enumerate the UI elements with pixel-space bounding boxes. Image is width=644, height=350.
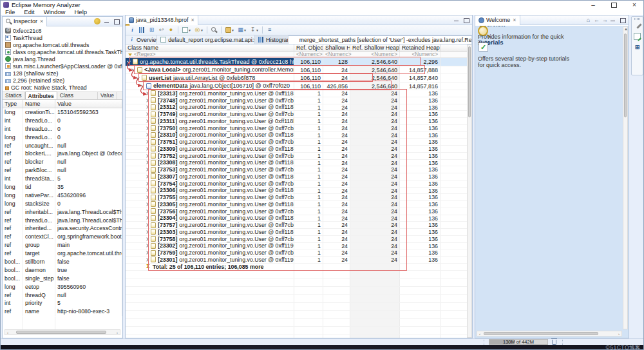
attribute-row[interactable]: intthreadSta...5 <box>3 175 122 183</box>
column-header-ref-shallow-heap[interactable]: Ref. Shallow Heap <box>350 44 400 51</box>
tree-row[interactable]: [23309]org.zero01.monitor_tuning.vo.User… <box>126 146 468 153</box>
tree-row[interactable]: [73750]org.zero01.monitor_tuning.vo.User… <box>126 125 468 132</box>
heap-status-widget[interactable]: 130M of 442M <box>489 339 548 345</box>
editor-vertical-scrollbar[interactable] <box>467 44 472 338</box>
attribute-row[interactable]: refcontextCl...org.springframework.boot.… <box>3 233 122 241</box>
expand-icon[interactable] <box>145 217 149 220</box>
column-header-type[interactable]: Type <box>3 100 23 108</box>
tree-row[interactable]: userListjava.util.ArrayList @ 0xfeb6f878… <box>126 74 468 83</box>
tree-row[interactable]: [23301]org.zero01.monitor_tuning.vo.User… <box>126 257 468 264</box>
tree-row[interactable] <box>126 295 468 303</box>
run-garbage-collector-icon[interactable] <box>552 340 556 345</box>
tree-row[interactable]: [73757]org.zero01.monitor_tuning.vo.User… <box>126 222 468 229</box>
tree-row[interactable] <box>126 278 468 287</box>
inspector-item[interactable]: TaskThread <box>3 34 122 41</box>
tab-value[interactable]: Value <box>98 92 117 99</box>
attribute-row[interactable]: refthreadLo...java.lang.ThreadLocal$Thre… <box>3 217 122 225</box>
minimize-welcome-icon[interactable] <box>609 17 617 23</box>
attribute-row[interactable]: longeetop395560960 <box>3 283 122 291</box>
column-header-name[interactable]: Name <box>23 100 55 108</box>
attribute-row[interactable]: reftargetorg.apache.tomcat.util.threads.… <box>3 249 122 258</box>
column-header-value[interactable]: Value <box>55 100 122 108</box>
collapse-icon[interactable] <box>131 67 135 71</box>
attribute-row[interactable]: intthreadLo...0 <box>3 125 122 133</box>
inspector-item[interactable]: sun.misc.Launcher$AppClassLoader @ 0xfe2… <box>3 63 122 70</box>
attribute-row[interactable]: refthreadQnull <box>3 291 122 300</box>
minimize-editor-icon[interactable] <box>453 17 460 23</box>
close-window-button[interactable]: × <box>624 1 644 9</box>
toolbar-leak-report-icon[interactable]: ● <box>167 26 175 34</box>
toolbar-threads-icon[interactable]: ≡ <box>265 26 274 34</box>
tab-statics[interactable]: Statics <box>3 92 25 99</box>
navigation-history-icon[interactable]: ⊞ <box>634 44 641 51</box>
expand-icon[interactable] <box>145 168 149 171</box>
maximize-window-button[interactable] <box>603 1 624 9</box>
tree-row[interactable] <box>126 335 468 338</box>
minimize-window-button[interactable]: – <box>583 1 603 9</box>
menu-file[interactable]: File <box>1 8 19 15</box>
attribute-row[interactable]: longtid35 <box>3 183 122 191</box>
tree-row[interactable]: [73759]org.zero01.monitor_tuning.vo.User… <box>126 249 468 257</box>
close-heap-dump-icon[interactable]: × <box>191 17 194 23</box>
toolbar-oql-dropdown-icon[interactable]: ◎▾ <box>193 26 204 34</box>
regex-filter-input[interactable]: <Regex> <box>126 52 294 57</box>
attribute-row[interactable]: bool...daemontrue <box>3 266 122 275</box>
attribute-row[interactable]: refnamehttp-nio-8080-exec-3 <box>3 307 122 316</box>
welcome-vertical-scrollbar[interactable]: ▲ <box>623 26 628 329</box>
view-tab-overview[interactable]: iOverview <box>126 35 157 44</box>
tree-row[interactable]: [23303]org.zero01.monitor_tuning.vo.User… <box>126 229 468 236</box>
attribute-row[interactable]: intpriority5 <box>3 299 122 307</box>
tree-row[interactable]: [73752]org.zero01.monitor_tuning.vo.User… <box>126 153 468 160</box>
tab-class-hierarchy[interactable]: Class Hierarchy <box>57 92 98 99</box>
attribute-row[interactable]: refparkBloc...null <box>3 166 122 175</box>
expand-icon[interactable] <box>145 92 149 95</box>
attribute-row[interactable]: bool...stillbornfalse <box>3 258 122 266</box>
toolbar-histogram-icon[interactable] <box>138 26 146 34</box>
tree-row[interactable]: [23305]org.zero01.monitor_tuning.vo.User… <box>126 201 468 208</box>
maximize-editor-icon[interactable] <box>462 17 470 23</box>
expand-icon[interactable] <box>145 230 149 234</box>
menu-window[interactable]: Window <box>39 8 70 15</box>
expand-icon[interactable] <box>145 106 149 110</box>
attribute-row[interactable]: refblockernull <box>3 158 122 166</box>
numeric-filter-input[interactable]: <Numeric> <box>323 52 350 57</box>
expand-icon[interactable] <box>145 119 149 123</box>
inspector-item[interactable]: 0xfecc21c8 <box>3 27 122 34</box>
expand-icon[interactable] <box>145 202 149 206</box>
tree-row[interactable]: [73756]org.zero01.monitor_tuning.vo.User… <box>126 208 468 215</box>
expand-icon[interactable] <box>145 140 149 144</box>
tree-row[interactable]: [23312]org.zero01.monitor_tuning.vo.User… <box>126 104 468 112</box>
tree-row[interactable]: [23302]org.zero01.monitor_tuning.vo.User… <box>126 243 468 250</box>
inspector-horizontal-scrollbar[interactable]: ‹› <box>5 329 120 335</box>
numeric-filter-input[interactable]: <Numeric> <box>400 52 440 57</box>
toolbar-group-dropdown-icon[interactable]: ▾ <box>224 26 235 34</box>
minimize-panel-icon[interactable] <box>103 18 111 24</box>
toolbar-grip[interactable] <box>634 18 640 20</box>
link-with-snapshot-icon[interactable] <box>94 18 100 24</box>
collapse-icon[interactable] <box>140 83 144 87</box>
back-icon[interactable]: ← <box>592 17 601 23</box>
expand-icon[interactable] <box>145 175 149 179</box>
attribute-row[interactable]: refinherited...java.security.AccessContr… <box>3 224 122 233</box>
tree-row[interactable] <box>126 327 468 335</box>
expand-icon[interactable] <box>145 112 149 116</box>
numeric-filter-input[interactable]: <Numeric> <box>294 52 323 57</box>
attribute-row[interactable]: refuncaught...null <box>3 142 122 150</box>
tree-row[interactable]: org.apache.tomcat.util.threads.TaskThrea… <box>126 58 468 66</box>
toolbar-search-icon[interactable] <box>210 26 218 34</box>
column-header-class-name[interactable]: Class Name <box>126 44 294 51</box>
edit-pencil-icon[interactable] <box>117 93 122 99</box>
inspector-item[interactable]: java.lang.Thread <box>3 55 122 63</box>
inspector-item[interactable]: org.apache.tomcat.util.threads <box>3 41 122 48</box>
inspector-item[interactable]: GC root: Native Stack, Thread <box>3 84 122 91</box>
toolbar-export-dropdown-icon[interactable]: ↧▾ <box>249 26 260 34</box>
toolbar-compare-dropdown-icon[interactable]: ▦▾ <box>236 26 247 34</box>
tree-row[interactable]: [73748]org.zero01.monitor_tuning.vo.User… <box>126 97 468 104</box>
attribute-row[interactable]: longthreadLo...0 <box>3 133 122 142</box>
tree-row[interactable]: [23307]org.zero01.monitor_tuning.vo.User… <box>126 173 468 180</box>
welcome-horizontal-scrollbar[interactable]: ‹› <box>477 331 622 336</box>
expand-icon[interactable] <box>145 258 149 262</box>
expand-icon[interactable] <box>145 154 149 158</box>
attribute-row[interactable]: longnativePar...453620896 <box>3 191 122 200</box>
tree-row[interactable]: [73755]org.zero01.monitor_tuning.vo.User… <box>126 194 468 201</box>
